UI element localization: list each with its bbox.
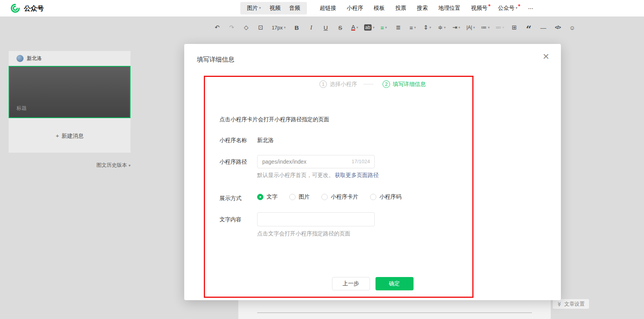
content-divider	[257, 312, 532, 313]
miniprogram-name-value: 新北洛	[257, 136, 274, 144]
radio-icon	[257, 194, 263, 200]
account-avatar	[16, 55, 24, 62]
nav-video[interactable]: 视频	[270, 5, 281, 12]
font-color-icon[interactable]: A	[349, 22, 360, 33]
table-icon[interactable]: ⊞	[509, 22, 520, 33]
media-menu-group: 图片视频音频	[240, 2, 307, 15]
miniprogram-details-modal: 填写详细信息 × 1 选择小程序 2 填写详细信息 点击小程序卡片会打开小程序路…	[184, 44, 561, 300]
nav-vote[interactable]: 投票	[395, 5, 406, 12]
nav-template[interactable]: 模板	[374, 5, 385, 12]
wechat-official-accounts-logo-icon	[10, 3, 20, 13]
article-settings-button[interactable]: ≫ 文章设置	[552, 299, 590, 309]
plus-icon: +	[56, 132, 59, 139]
step-label: 选择小程序	[330, 81, 357, 88]
text-help: 点击文字会打开小程序指定路径的页面	[257, 230, 350, 237]
clear-format-icon[interactable]: ◇	[241, 22, 252, 33]
paragraph-spacing-icon[interactable]: ≑	[436, 22, 447, 33]
bold-icon[interactable]: B	[291, 22, 302, 33]
italic-icon[interactable]: I	[306, 22, 317, 33]
step-indicator: 1 选择小程序 2 填写详细信息	[184, 80, 561, 88]
highlight-icon[interactable]: ab	[364, 22, 375, 33]
blockquote-icon[interactable]: “	[523, 22, 534, 33]
radio-label: 小程序码	[379, 193, 401, 201]
radio-image[interactable]: 图片	[289, 193, 310, 201]
draft-title-placeholder: 标题	[16, 105, 27, 112]
emoji-icon[interactable]: ☺	[567, 22, 578, 33]
nav-channels[interactable]: 视频号	[471, 5, 488, 12]
step-label: 填写详细信息	[393, 81, 426, 88]
path-help: 默认显示小程序首页，可更改。获取更多页面路径	[257, 172, 379, 179]
indent-icon[interactable]: ⇥	[451, 22, 462, 33]
new-message-label: 新建消息	[62, 133, 83, 139]
brand-name: 公众号	[24, 4, 44, 13]
step-2-fill-details: 2 填写详细信息	[357, 80, 426, 88]
radio-icon	[321, 194, 328, 200]
step-number: 2	[383, 80, 390, 88]
ordered-list-icon[interactable]: ≕	[494, 22, 505, 33]
font-size-select[interactable]: 17px	[270, 22, 288, 33]
modal-actions: 上一步 确定	[184, 277, 561, 290]
divider-icon[interactable]: —	[538, 22, 549, 33]
insert-menu-group: 超链接小程序模板投票搜索地理位置视频号公众号⋯	[320, 5, 534, 12]
nav-search[interactable]: 搜索	[417, 5, 428, 12]
topbar: 公众号 图片视频音频 超链接小程序模板投票搜索地理位置视频号公众号⋯	[0, 0, 644, 16]
brand: 公众号	[10, 3, 44, 13]
top-nav: 图片视频音频 超链接小程序模板投票搜索地理位置视频号公众号⋯	[240, 0, 533, 16]
confirm-button[interactable]: 确定	[376, 277, 414, 290]
bullet-list-icon[interactable]: ≔	[480, 22, 491, 33]
miniprogram-path-label: 小程序路径	[220, 158, 247, 166]
new-message-button[interactable]: +新建消息	[9, 132, 131, 140]
nav-official-account[interactable]: 公众号	[498, 5, 518, 12]
radio-label: 图片	[299, 193, 310, 201]
format-painter-icon[interactable]: ⊡	[255, 22, 266, 33]
step-number: 1	[319, 80, 327, 88]
line-color-icon[interactable]: ≡	[378, 22, 389, 33]
miniprogram-name-label: 小程序名称	[220, 136, 247, 144]
history-versions-link[interactable]: 图文历史版本	[9, 162, 131, 169]
step-1-select-miniprogram: 1 选择小程序	[319, 80, 357, 88]
get-more-paths-link[interactable]: 获取更多页面路径	[335, 172, 379, 178]
justify-icon[interactable]: ≣	[393, 22, 404, 33]
nav-more[interactable]: ⋯	[528, 5, 533, 11]
path-input-wrap: 17/1024	[257, 155, 375, 168]
nav-location[interactable]: 地理位置	[439, 5, 461, 12]
draft-card: 新北洛 标题 +新建消息	[9, 51, 131, 153]
modal-title: 填写详细信息	[197, 56, 234, 64]
collapse-icon: ≫	[557, 301, 562, 306]
nav-miniprogram[interactable]: 小程序	[347, 5, 363, 12]
format-toolbar: ↶↷◇⊡17pxBIUSAab≡≣≡⇕≑⇥|A|≔≕⊞“—</>☺	[212, 20, 578, 35]
account-name: 新北洛	[27, 55, 42, 62]
draft-thumbnail[interactable]: 标题	[9, 66, 131, 118]
text-content-label: 文字内容	[220, 215, 241, 223]
nav-image[interactable]: 图片	[247, 5, 261, 12]
path-help-text: 默认显示小程序首页，可更改。	[257, 172, 334, 178]
code-icon[interactable]: </>	[552, 22, 563, 33]
underline-icon[interactable]: U	[320, 22, 331, 33]
text-content-input[interactable]	[257, 212, 375, 226]
display-mode-label: 展示方式	[220, 194, 241, 202]
radio-text[interactable]: 文字	[257, 193, 278, 201]
draft-card-header: 新北洛	[9, 51, 131, 66]
line-height-icon[interactable]: ⇕	[422, 22, 433, 33]
annotation-red-box	[204, 76, 473, 298]
undo-icon[interactable]: ↶	[212, 22, 223, 33]
radio-card[interactable]: 小程序卡片	[321, 193, 358, 201]
redo-icon[interactable]: ↷	[226, 22, 237, 33]
radio-icon	[370, 194, 376, 200]
align-icon[interactable]: ≡	[407, 22, 418, 33]
wechat-editor-screen: 公众号 图片视频音频 超链接小程序模板投票搜索地理位置视频号公众号⋯ ↶↷◇⊡1…	[0, 0, 644, 319]
modal-description: 点击小程序卡片会打开小程序路径指定的页面	[220, 116, 329, 123]
nav-hyperlink[interactable]: 超链接	[320, 5, 336, 12]
radio-qrcode[interactable]: 小程序码	[370, 193, 401, 201]
article-settings-label: 文章设置	[564, 301, 585, 308]
nav-audio[interactable]: 音频	[289, 5, 300, 12]
radio-icon	[289, 194, 296, 200]
close-icon[interactable]: ×	[543, 51, 549, 62]
strikethrough-icon[interactable]: S	[335, 22, 346, 33]
letter-spacing-icon[interactable]: |A|	[465, 22, 476, 33]
display-mode-options: 文字 图片 小程序卡片 小程序码	[257, 193, 401, 201]
history-label: 图文历史版本	[96, 162, 127, 168]
caret-down-icon	[127, 162, 131, 168]
previous-step-button[interactable]: 上一步	[332, 277, 370, 290]
path-char-counter: 17/1024	[352, 155, 370, 168]
